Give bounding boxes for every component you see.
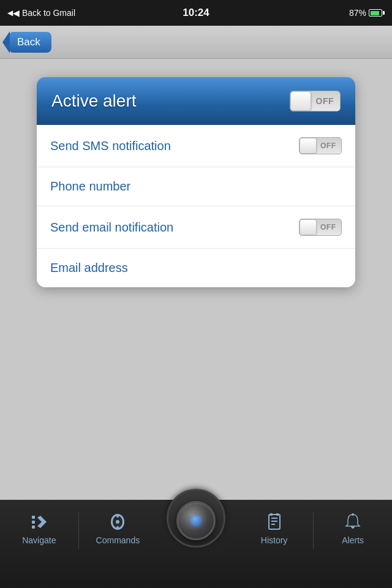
email-address-row[interactable]: Email address	[37, 249, 355, 287]
card-body: Send SMS notification OFF Phone number S…	[37, 125, 355, 287]
alerts-icon	[343, 512, 363, 532]
back-arrow-icon: ◀	[7, 9, 13, 17]
sms-notification-label: Send SMS notification	[50, 139, 171, 153]
active-alert-toggle[interactable]: OFF	[290, 91, 341, 111]
history-icon	[265, 512, 284, 532]
back-to-gmail[interactable]: ◀ ◀ Back to Gmail	[7, 8, 75, 18]
alerts-tab-label: Alerts	[342, 535, 364, 545]
time-display: 10:24	[183, 7, 209, 19]
email-toggle-label: OFF	[317, 223, 341, 232]
back-to-gmail-label: ◀ Back to Gmail	[13, 8, 75, 18]
tab-navigate[interactable]: Navigate	[0, 510, 78, 545]
tab-center[interactable]	[157, 501, 235, 540]
svg-rect-7	[116, 526, 119, 529]
battery-icon	[369, 9, 385, 17]
card-title: Active alert	[51, 91, 137, 111]
sms-notification-row: Send SMS notification OFF	[37, 125, 355, 167]
svg-rect-12	[270, 513, 273, 516]
navigate-tab-label: Navigate	[22, 535, 56, 545]
svg-rect-6	[116, 515, 119, 518]
svg-rect-1	[32, 521, 35, 524]
email-toggle-knob	[300, 219, 317, 235]
svg-point-5	[116, 520, 119, 524]
navigate-icon	[29, 512, 49, 532]
email-notification-label: Send email notification	[50, 221, 173, 235]
status-bar: ◀ ◀ Back to Gmail 10:24 87%	[0, 0, 392, 26]
history-tab-label: History	[261, 535, 288, 545]
center-button[interactable]	[176, 501, 216, 540]
main-content: Active alert OFF Send SMS notification O…	[0, 59, 392, 500]
svg-rect-13	[276, 513, 279, 516]
tab-history[interactable]: History	[235, 510, 314, 545]
toggle-knob	[290, 91, 311, 111]
svg-rect-0	[32, 516, 35, 519]
tab-commands[interactable]: Commands	[79, 510, 157, 545]
back-button[interactable]: Back	[9, 32, 51, 53]
tab-alerts[interactable]: Alerts	[314, 510, 392, 545]
nav-bar: Back	[0, 26, 392, 59]
sms-toggle-knob	[300, 138, 317, 154]
svg-point-14	[352, 513, 354, 516]
status-right: 87%	[349, 8, 385, 18]
email-notification-row: Send email notification OFF	[37, 206, 355, 249]
commands-icon	[108, 512, 127, 532]
card-header: Active alert OFF	[37, 77, 355, 125]
svg-rect-2	[32, 526, 35, 529]
tab-bar: Navigate Commands History	[0, 500, 392, 588]
battery-percent: 87%	[349, 8, 366, 18]
sms-toggle-label: OFF	[317, 141, 341, 150]
toggle-label: OFF	[311, 96, 341, 106]
email-toggle[interactable]: OFF	[299, 219, 342, 236]
phone-number-label: Phone number	[50, 179, 130, 194]
commands-tab-label: Commands	[96, 535, 140, 545]
settings-card: Active alert OFF Send SMS notification O…	[37, 77, 355, 287]
phone-number-row[interactable]: Phone number	[37, 167, 355, 206]
email-address-label: Email address	[50, 261, 128, 275]
sms-toggle[interactable]: OFF	[299, 137, 342, 154]
center-button-inner	[190, 515, 202, 526]
